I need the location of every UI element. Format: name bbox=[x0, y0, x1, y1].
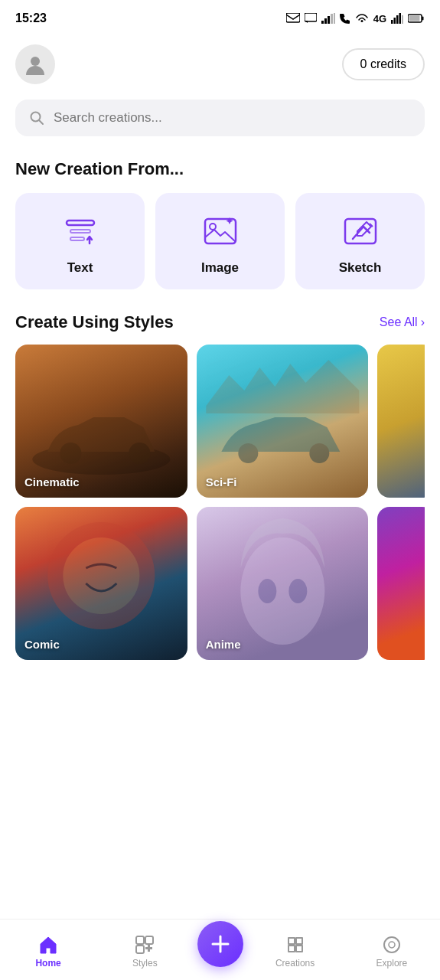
status-icons: 4G bbox=[286, 13, 425, 24]
nav-home[interactable]: Home bbox=[0, 935, 96, 969]
svg-rect-9 bbox=[396, 15, 399, 24]
see-all-link[interactable]: See All › bbox=[380, 315, 425, 329]
svg-rect-13 bbox=[422, 17, 424, 21]
cinematic-label: Cinematic bbox=[24, 475, 80, 488]
add-button[interactable] bbox=[197, 921, 243, 967]
signal-icon bbox=[321, 13, 335, 24]
svg-point-32 bbox=[288, 579, 307, 603]
message-icon bbox=[286, 13, 300, 24]
svg-point-36 bbox=[384, 937, 399, 952]
svg-point-15 bbox=[31, 57, 40, 66]
sketch-icon bbox=[341, 211, 380, 251]
svg-rect-2 bbox=[321, 21, 324, 24]
image-card-label: Image bbox=[201, 260, 239, 276]
svg-rect-1 bbox=[305, 13, 317, 21]
styles-header: Create Using Styles See All › bbox=[0, 305, 440, 345]
home-icon bbox=[38, 935, 58, 955]
user-icon bbox=[24, 54, 46, 75]
svg-point-29 bbox=[63, 537, 139, 614]
svg-rect-33 bbox=[136, 936, 144, 944]
nav-styles[interactable]: Styles bbox=[96, 935, 193, 969]
scifi-label: Sci-Fi bbox=[206, 475, 237, 488]
signal2-icon bbox=[391, 13, 403, 24]
svg-point-30 bbox=[240, 537, 324, 645]
credits-button[interactable]: 0 credits bbox=[342, 48, 425, 80]
styles-row-1: Cinematic Sci-Fi bbox=[15, 345, 425, 498]
status-time: 15:23 bbox=[15, 11, 47, 25]
image-icon bbox=[200, 211, 240, 251]
svg-rect-8 bbox=[394, 18, 396, 24]
svg-point-37 bbox=[389, 942, 395, 948]
svg-rect-34 bbox=[145, 936, 153, 944]
new-creation-title: New Creation From... bbox=[15, 159, 425, 179]
svg-rect-20 bbox=[205, 219, 236, 243]
network-label: 4G bbox=[373, 13, 386, 24]
style-card-photo[interactable] bbox=[377, 345, 425, 498]
svg-rect-0 bbox=[286, 13, 300, 22]
svg-rect-7 bbox=[391, 20, 393, 24]
home-label: Home bbox=[35, 958, 60, 969]
svg-point-25 bbox=[129, 443, 150, 464]
styles-grid: Cinematic Sci-Fi bbox=[0, 345, 440, 660]
plus-icon bbox=[209, 933, 232, 956]
styles-title: Create Using Styles bbox=[15, 312, 174, 332]
svg-rect-18 bbox=[70, 230, 90, 233]
svg-point-27 bbox=[309, 443, 329, 463]
credits-label: 0 credits bbox=[360, 57, 406, 70]
phone-icon bbox=[340, 13, 350, 24]
explore-label: Explore bbox=[376, 958, 408, 969]
new-creation-section: New Creation From... Text Image bbox=[0, 152, 440, 305]
image-creation-card[interactable]: Image bbox=[155, 193, 285, 289]
status-bar: 15:23 4G bbox=[0, 0, 440, 37]
sketch-creation-card[interactable]: Sketch bbox=[295, 193, 425, 289]
svg-rect-35 bbox=[136, 946, 144, 953]
svg-rect-14 bbox=[409, 16, 420, 21]
svg-point-24 bbox=[60, 443, 81, 464]
battery-icon bbox=[408, 14, 425, 23]
text-card-label: Text bbox=[67, 260, 93, 276]
svg-rect-19 bbox=[70, 237, 84, 240]
svg-rect-6 bbox=[334, 13, 335, 24]
anime-label: Anime bbox=[206, 638, 241, 651]
wifi-icon bbox=[355, 13, 369, 24]
sketch-card-label: Sketch bbox=[339, 260, 382, 276]
text-icon bbox=[60, 211, 100, 251]
style-card-abstract[interactable] bbox=[377, 507, 425, 660]
styles-icon bbox=[135, 935, 155, 955]
comic-label: Comic bbox=[24, 638, 60, 651]
message2-icon bbox=[305, 13, 317, 24]
bottom-nav: Home Styles Creations Explore bbox=[0, 919, 440, 980]
svg-rect-11 bbox=[402, 15, 403, 24]
style-card-anime[interactable]: Anime bbox=[197, 507, 369, 660]
svg-point-31 bbox=[258, 579, 276, 603]
creation-cards: Text Image Sketch bbox=[15, 193, 425, 289]
style-card-scifi[interactable]: Sci-Fi bbox=[197, 345, 369, 498]
svg-rect-3 bbox=[324, 18, 327, 24]
styles-label: Styles bbox=[132, 958, 158, 969]
nav-creations[interactable]: Creations bbox=[247, 935, 344, 969]
style-card-cinematic[interactable]: Cinematic bbox=[15, 345, 187, 498]
search-container bbox=[0, 100, 440, 152]
search-input[interactable] bbox=[54, 110, 411, 126]
header: 0 credits bbox=[0, 37, 440, 100]
svg-rect-10 bbox=[399, 13, 402, 24]
text-creation-card[interactable]: Text bbox=[15, 193, 145, 289]
search-icon bbox=[29, 110, 44, 126]
styles-row-2: Comic Anime bbox=[15, 507, 425, 660]
nav-explore[interactable]: Explore bbox=[344, 935, 440, 969]
creations-icon bbox=[285, 935, 305, 955]
svg-point-26 bbox=[238, 443, 258, 463]
avatar-button[interactable] bbox=[15, 44, 55, 84]
svg-rect-17 bbox=[67, 220, 94, 225]
svg-rect-4 bbox=[328, 16, 330, 24]
search-bar bbox=[15, 100, 425, 136]
style-card-comic[interactable]: Comic bbox=[15, 507, 187, 660]
nav-add[interactable] bbox=[194, 936, 247, 967]
svg-rect-5 bbox=[331, 14, 333, 24]
svg-point-21 bbox=[210, 224, 216, 230]
creations-label: Creations bbox=[275, 958, 315, 969]
explore-icon bbox=[382, 935, 402, 955]
